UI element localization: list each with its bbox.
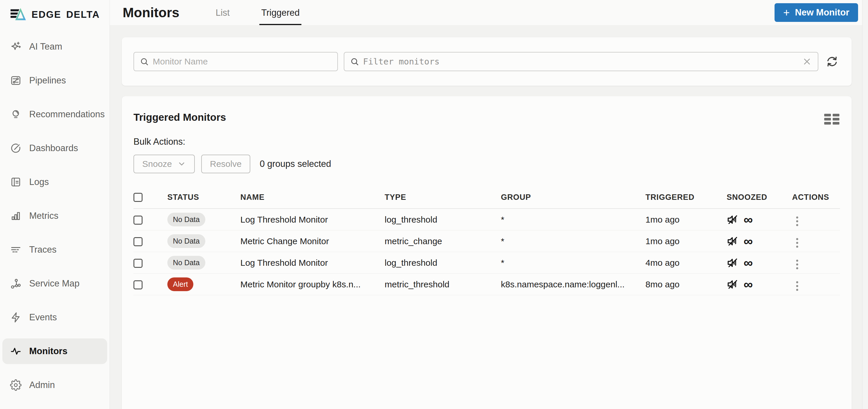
resolve-button[interactable]: Resolve (201, 155, 250, 173)
monitor-type: log_threshold (385, 252, 501, 274)
search-icon (350, 57, 359, 66)
status-badge: No Data (167, 213, 205, 226)
monitor-group: * (501, 252, 646, 274)
sidebar-item-pipelines[interactable]: Pipelines (2, 68, 107, 93)
monitor-name: Metric Change Monitor (240, 231, 385, 252)
sidebar-item-label: Service Map (29, 278, 80, 289)
col-name: NAME (240, 185, 385, 209)
monitor-type: metric_change (385, 231, 501, 252)
table-header-row: STATUS NAME TYPE GROUP TRIGGERED SNOOZED… (133, 185, 840, 209)
row-checkbox[interactable] (133, 280, 143, 289)
monitor-triggered: 1mo ago (646, 209, 726, 231)
monitor-name: Metric Monitor groupby k8s.n... (240, 274, 385, 295)
sidebar-item-metrics[interactable]: Metrics (2, 203, 107, 229)
monitor-type: metric_threshold (385, 274, 501, 295)
sidebar-item-recommendations[interactable]: Recommendations (2, 102, 107, 127)
table-row[interactable]: Alert Metric Monitor groupby k8s.n... me… (133, 274, 840, 295)
status-badge: No Data (167, 234, 205, 248)
traces-icon (10, 244, 22, 255)
snooze-label: Snooze (142, 159, 172, 169)
row-actions-menu[interactable] (792, 236, 802, 250)
content: Triggered Monitors Bulk Actions: Snooze … (110, 25, 868, 409)
row-checkbox[interactable] (133, 215, 143, 225)
row-actions-menu[interactable] (792, 214, 802, 229)
sidebar-item-admin[interactable]: Admin (2, 372, 107, 398)
row-checkbox[interactable] (133, 259, 143, 268)
panel-title: Triggered Monitors (133, 96, 840, 123)
mute-icon (726, 278, 739, 291)
sidebar-item-traces[interactable]: Traces (2, 237, 107, 263)
select-all-checkbox[interactable] (133, 193, 143, 202)
table-row[interactable]: No Data Log Threshold Monitor log_thresh… (133, 209, 840, 231)
main-area: Monitors List Triggered + New Monitor (110, 0, 868, 409)
monitor-name-field (133, 52, 338, 71)
topbar: Monitors List Triggered + New Monitor (110, 0, 868, 25)
col-type: TYPE (385, 185, 501, 209)
page-title: Monitors (123, 5, 179, 21)
sidebar-item-events[interactable]: Events (2, 305, 107, 330)
sidebar: EDGE DELTA AI Team Pipelines (0, 0, 110, 409)
pulse-icon (10, 345, 22, 357)
search-icon (140, 57, 149, 66)
col-group: GROUP (501, 185, 646, 209)
row-actions-menu[interactable] (792, 257, 802, 272)
sidebar-item-label: Monitors (29, 346, 67, 356)
sparkle-icon (10, 41, 22, 53)
sidebar-item-label: AI Team (29, 41, 62, 52)
monitor-triggered: 8mo ago (646, 274, 726, 295)
chevron-down-icon (177, 160, 186, 168)
monitor-triggered: 1mo ago (646, 231, 726, 252)
refresh-button[interactable] (824, 54, 840, 69)
logs-icon (10, 176, 22, 188)
sidebar-item-label: Events (29, 312, 57, 322)
monitor-type: log_threshold (385, 209, 501, 231)
bar-chart-icon (10, 210, 22, 222)
monitor-triggered: 4mo ago (646, 252, 726, 274)
tab-list[interactable]: List (214, 0, 231, 25)
infinity-icon: ∞ (744, 235, 753, 248)
scrollbar[interactable] (862, 0, 868, 409)
table-row[interactable]: No Data Metric Change Monitor metric_cha… (133, 231, 840, 252)
app-root: EDGE DELTA AI Team Pipelines (0, 0, 868, 409)
sidebar-item-ai-team[interactable]: AI Team (2, 34, 107, 60)
new-monitor-button[interactable]: + New Monitor (775, 3, 858, 22)
row-checkbox[interactable] (133, 237, 143, 246)
col-triggered: TRIGGERED (646, 185, 726, 209)
clear-filter-icon[interactable] (802, 57, 812, 67)
col-status: STATUS (167, 185, 240, 209)
table-view-icon[interactable] (824, 114, 839, 125)
monitor-name: Log Threshold Monitor (240, 252, 385, 274)
monitor-name: Log Threshold Monitor (240, 209, 385, 231)
sidebar-item-label: Dashboards (29, 143, 78, 154)
row-actions-menu[interactable] (792, 279, 802, 293)
status-badge: Alert (167, 277, 193, 291)
tab-triggered[interactable]: Triggered (259, 0, 301, 25)
filter-bar (122, 37, 851, 86)
table-row[interactable]: No Data Log Threshold Monitor log_thresh… (133, 252, 840, 274)
col-actions: ACTIONS (792, 185, 840, 209)
monitor-name-input[interactable] (153, 57, 332, 67)
sidebar-item-monitors[interactable]: Monitors (2, 338, 107, 364)
sidebar-item-service-map[interactable]: Service Map (2, 271, 107, 296)
sidebar-nav: AI Team Pipelines Recommendations (0, 27, 110, 406)
sidebar-item-dashboards[interactable]: Dashboards (2, 135, 107, 161)
new-monitor-label: New Monitor (795, 7, 849, 18)
filter-monitors-input[interactable] (363, 57, 798, 67)
infinity-icon: ∞ (744, 278, 753, 291)
monitors-table: STATUS NAME TYPE GROUP TRIGGERED SNOOZED… (133, 185, 840, 295)
snooze-button[interactable]: Snooze (133, 155, 195, 173)
infinity-icon: ∞ (744, 213, 753, 226)
brand-logo: EDGE DELTA (0, 0, 110, 27)
brand-name: EDGE DELTA (32, 9, 100, 20)
lightning-icon (10, 312, 22, 323)
bulk-actions-label: Bulk Actions: (133, 137, 840, 147)
view-tabs: List Triggered (214, 0, 301, 25)
sidebar-item-label: Traces (29, 244, 57, 255)
sidebar-item-label: Logs (29, 177, 49, 187)
sidebar-item-label: Recommendations (29, 109, 104, 120)
gear-icon (10, 379, 22, 391)
triggered-monitors-panel: Triggered Monitors Bulk Actions: Snooze … (122, 96, 851, 409)
resolve-label: Resolve (210, 159, 242, 169)
sidebar-item-logs[interactable]: Logs (2, 169, 107, 195)
monitor-group: * (501, 231, 646, 252)
